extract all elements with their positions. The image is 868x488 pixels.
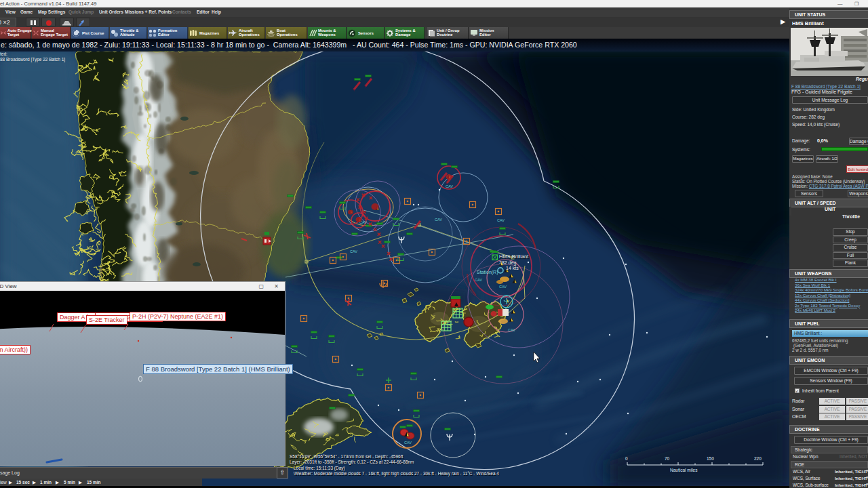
svg-text:Station(R): Station(R) xyxy=(477,270,498,275)
svg-text:CAV: CAV xyxy=(404,441,412,445)
svg-text:220: 220 xyxy=(754,456,762,461)
svg-text:ted:: ted: xyxy=(0,52,7,56)
svg-text:CAV: CAV xyxy=(508,328,515,332)
svg-text:0: 0 xyxy=(625,456,628,461)
svg-text:CAV: CAV xyxy=(497,218,505,222)
svg-text:CAV: CAV xyxy=(435,218,442,222)
svg-text:88 Broadsword [Type 22 Batch 1: 88 Broadsword [Type 22 Batch 1] xyxy=(0,57,65,62)
svg-text:14 kts: 14 kts xyxy=(506,266,519,270)
svg-text:CAV: CAV xyxy=(499,285,507,289)
svg-text:CAV: CAV xyxy=(446,184,453,188)
svg-text:70: 70 xyxy=(665,456,670,461)
svg-text:HMS Brilliant: HMS Brilliant xyxy=(499,253,529,260)
svg-text:CAV: CAV xyxy=(475,278,482,282)
svg-text:CAV: CAV xyxy=(350,249,357,253)
svg-text:150: 150 xyxy=(707,456,714,461)
svg-text:282 deg: 282 deg xyxy=(499,260,516,266)
svg-text:Nautical miles: Nautical miles xyxy=(670,468,698,472)
